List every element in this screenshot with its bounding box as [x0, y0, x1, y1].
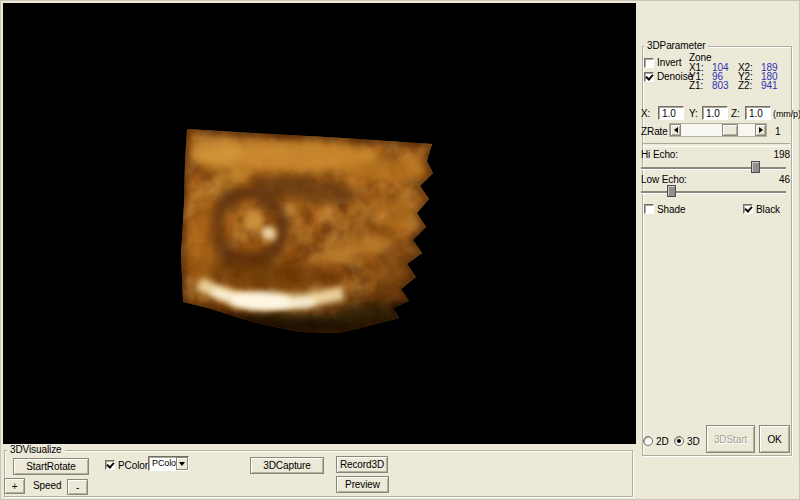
start-rotate-button[interactable]: StartRotate: [13, 458, 89, 475]
pcolor-checkbox-label: PColor: [118, 461, 148, 471]
record3d-button[interactable]: Record3D: [336, 456, 388, 473]
invert-label: Invert: [657, 58, 681, 68]
pcolor-dropdown[interactable]: PColor: [148, 456, 189, 471]
denoise-label: Denoise: [657, 72, 693, 82]
zrate-scroll-right-button[interactable]: [755, 124, 766, 136]
mode-2d-radio[interactable]: [643, 436, 653, 446]
hi-echo-slider-track[interactable]: [641, 167, 786, 170]
y-scale-label: Y:: [689, 109, 698, 119]
mode-3d-label: 3D: [687, 437, 700, 447]
mode-2d-label: 2D: [656, 437, 669, 447]
pcolor-dropdown-value: PColor: [152, 458, 179, 468]
zrate-value: 1: [775, 127, 780, 137]
zone-z2-label: Z2:: [738, 81, 752, 91]
scale-unit-label: (mm/p): [773, 109, 800, 119]
application-window: 3DParameter Invert Denoise Zone X1: 104 …: [0, 0, 800, 500]
zrate-label: ZRate: [641, 127, 668, 137]
invert-checkbox[interactable]: [644, 58, 654, 68]
denoise-checkbox[interactable]: [644, 72, 654, 82]
shade-checkbox[interactable]: [644, 204, 654, 214]
mode-3d-radio[interactable]: [674, 436, 684, 446]
ok-button[interactable]: OK: [759, 425, 790, 453]
preview-button[interactable]: Preview: [336, 476, 389, 493]
zrate-scroll-thumb[interactable]: [722, 124, 738, 136]
low-echo-slider-track[interactable]: [641, 191, 786, 194]
separator: [643, 143, 790, 147]
capture3d-button[interactable]: 3DCapture: [250, 457, 324, 474]
zone-z1-value: 803: [712, 81, 728, 91]
visualize-panel: 3DVisualize StartRotate PColor PColor + …: [1, 444, 636, 500]
parameter-panel: 3DParameter Invert Denoise Zone X1: 104 …: [636, 1, 800, 500]
x-scale-input[interactable]: [658, 106, 684, 120]
zrate-scroll-left-button[interactable]: [670, 124, 681, 136]
parameter-group-title: 3DParameter: [644, 40, 708, 51]
low-echo-label: Low Echo:: [641, 175, 687, 185]
speed-label: Speed: [33, 481, 61, 491]
hi-echo-label: Hi Echo:: [641, 150, 678, 160]
black-label: Black: [756, 205, 780, 215]
zone-row-z: Z1: 803 Z2: 941: [689, 81, 703, 91]
z-scale-label: Z:: [731, 109, 740, 119]
y-scale-input[interactable]: [702, 106, 728, 120]
speed-plus-button[interactable]: +: [4, 478, 25, 494]
shade-label: Shade: [657, 205, 685, 215]
z-scale-input[interactable]: [745, 106, 771, 120]
scroll-right-icon: [759, 127, 766, 133]
low-echo-value: 46: [761, 175, 790, 185]
hi-echo-value: 198: [761, 150, 790, 160]
pcolor-checkbox[interactable]: [105, 460, 115, 470]
ultrasound-3d-render: [3, 3, 636, 444]
x-scale-label: X:: [641, 109, 650, 119]
hi-echo-slider-thumb[interactable]: [751, 161, 760, 173]
visualize-group-title: 3DVisualize: [7, 444, 65, 455]
zrate-scrollbar[interactable]: [669, 123, 767, 137]
speed-minus-button[interactable]: -: [67, 479, 88, 495]
scroll-left-icon: [671, 127, 678, 133]
render-viewport[interactable]: [3, 3, 636, 444]
start3d-button[interactable]: 3DStart: [706, 425, 755, 453]
zone-z1-label: Z1:: [689, 80, 703, 91]
zone-z2-value: 941: [761, 81, 777, 91]
pcolor-dropdown-button[interactable]: [176, 457, 188, 470]
chevron-down-icon: [179, 462, 185, 469]
low-echo-slider-thumb[interactable]: [667, 185, 676, 197]
black-checkbox[interactable]: [743, 204, 753, 214]
